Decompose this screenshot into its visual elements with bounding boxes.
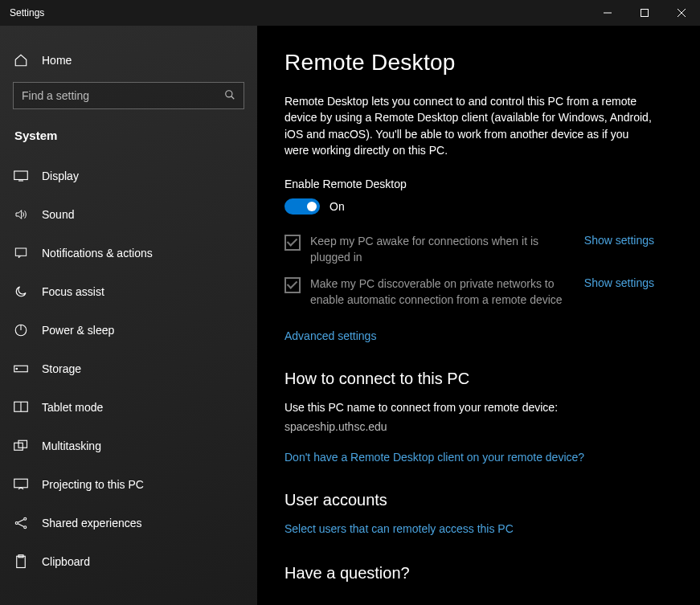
shared-experiences-icon xyxy=(13,516,29,530)
sidebar-item-label: Storage xyxy=(42,362,81,375)
sidebar-item-projecting[interactable]: Projecting to this PC xyxy=(0,465,257,504)
sidebar-item-label: Shared experiences xyxy=(42,517,142,529)
close-button[interactable] xyxy=(663,0,700,26)
tablet-icon xyxy=(13,401,29,414)
svg-line-5 xyxy=(231,96,235,99)
sidebar-item-power-sleep[interactable]: Power & sleep xyxy=(0,311,257,350)
sidebar-item-storage[interactable]: Storage xyxy=(0,350,257,388)
svg-line-23 xyxy=(18,524,24,527)
sidebar-item-label: Notifications & actions xyxy=(42,247,153,260)
enable-label: Enable Remote Desktop xyxy=(285,178,673,190)
home-icon xyxy=(13,53,29,67)
sidebar-item-label: Sound xyxy=(42,208,74,221)
notifications-icon xyxy=(13,247,29,260)
howto-heading: How to connect to this PC xyxy=(285,370,673,388)
sidebar-item-multitasking[interactable]: Multitasking xyxy=(0,427,257,465)
select-users-link[interactable]: Select users that can remotely access th… xyxy=(285,522,514,535)
app-title: Settings xyxy=(0,7,589,18)
sidebar-item-label: Multitasking xyxy=(42,439,101,452)
sidebar-item-label: Focus assist xyxy=(42,285,104,298)
main-content: Remote Desktop Remote Desktop lets you c… xyxy=(257,26,700,605)
focus-assist-icon xyxy=(13,284,29,299)
svg-point-20 xyxy=(24,517,27,520)
sidebar-item-label: Display xyxy=(42,170,79,182)
sidebar: Home System Display Sound Notifications … xyxy=(0,26,257,605)
svg-point-13 xyxy=(16,368,18,370)
page-title: Remote Desktop xyxy=(285,50,673,76)
group-title: System xyxy=(0,124,257,157)
home-label: Home xyxy=(42,54,72,67)
window-controls xyxy=(589,0,700,26)
user-accounts-heading: User accounts xyxy=(285,491,673,509)
svg-rect-6 xyxy=(14,171,28,180)
sidebar-item-label: Clipboard xyxy=(42,555,90,568)
advanced-settings-link[interactable]: Advanced settings xyxy=(285,329,376,342)
keep-awake-label: Keep my PC awake for connections when it… xyxy=(310,234,575,265)
svg-rect-24 xyxy=(17,556,26,567)
home-button[interactable]: Home xyxy=(0,45,257,76)
svg-point-21 xyxy=(24,526,27,529)
sidebar-item-clipboard[interactable]: Clipboard xyxy=(0,542,257,581)
toggle-state-label: On xyxy=(330,200,345,213)
svg-rect-1 xyxy=(641,10,649,17)
keep-awake-checkbox[interactable] xyxy=(285,235,301,251)
power-icon xyxy=(13,323,29,337)
enable-remote-desktop-toggle[interactable] xyxy=(285,198,320,215)
sidebar-item-sound[interactable]: Sound xyxy=(0,195,257,234)
howto-description: Use this PC name to connect from your re… xyxy=(285,401,673,414)
sidebar-item-shared-experiences[interactable]: Shared experiences xyxy=(0,504,257,542)
sound-icon xyxy=(13,208,29,221)
pc-name: spaceship.uthsc.edu xyxy=(285,420,673,433)
search-input[interactable] xyxy=(22,89,224,102)
titlebar: Settings xyxy=(0,0,700,26)
sidebar-item-display[interactable]: Display xyxy=(0,157,257,195)
svg-rect-9 xyxy=(15,248,26,255)
show-settings-link-2[interactable]: Show settings xyxy=(584,276,654,289)
svg-point-19 xyxy=(15,522,18,525)
discoverable-label: Make my PC discoverable on private netwo… xyxy=(310,276,575,308)
display-icon xyxy=(13,170,29,182)
maximize-button[interactable] xyxy=(626,0,663,26)
multitasking-icon xyxy=(13,439,29,452)
client-download-link[interactable]: Don't have a Remote Desktop client on yo… xyxy=(285,451,584,464)
sidebar-item-label: Projecting to this PC xyxy=(42,478,144,491)
svg-rect-18 xyxy=(14,479,28,488)
projecting-icon xyxy=(13,478,29,491)
have-a-question-heading: Have a question? xyxy=(285,564,673,583)
show-settings-link-1[interactable]: Show settings xyxy=(584,234,654,247)
minimize-button[interactable] xyxy=(589,0,626,26)
page-description: Remote Desktop lets you connect to and c… xyxy=(285,93,654,158)
discoverable-checkbox[interactable] xyxy=(285,277,301,293)
svg-point-4 xyxy=(226,90,232,96)
sidebar-item-label: Tablet mode xyxy=(42,401,103,414)
sidebar-item-tablet-mode[interactable]: Tablet mode xyxy=(0,388,257,427)
svg-line-22 xyxy=(18,520,24,523)
search-icon xyxy=(224,89,235,103)
clipboard-icon xyxy=(13,554,29,569)
sidebar-item-label: Power & sleep xyxy=(42,324,114,337)
sidebar-item-focus-assist[interactable]: Focus assist xyxy=(0,272,257,311)
svg-marker-8 xyxy=(16,211,22,219)
sidebar-item-notifications[interactable]: Notifications & actions xyxy=(0,234,257,272)
storage-icon xyxy=(13,363,29,374)
search-box[interactable] xyxy=(13,82,244,109)
